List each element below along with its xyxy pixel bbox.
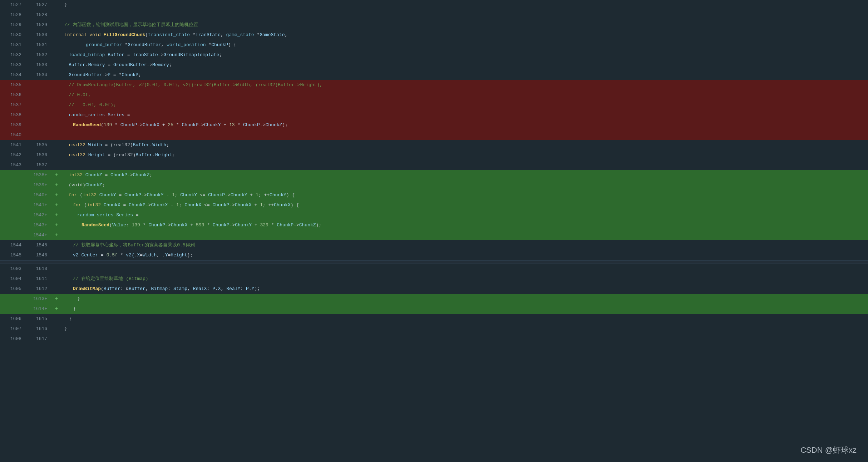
diff-marker: + [51, 180, 61, 190]
section-gap [0, 260, 868, 264]
indent-bar [61, 160, 66, 170]
line-number-new [26, 80, 51, 90]
line-number-old: 1603 [0, 264, 26, 274]
code-content: for (int32 ChunkX = ChunkP->ChunkX - 1; … [70, 200, 868, 210]
table-row: 1540— [0, 130, 868, 140]
table-row: 15421536real32 Height = (real32)Buffer.H… [0, 150, 868, 160]
indent-bar [61, 80, 66, 90]
table-row: 15341534GroundBuffer->P = *ChunkP; [0, 70, 868, 80]
table-row: 16051612DrawBitMap(Buffer: &Buffer, Bitm… [0, 284, 868, 294]
indent-bar [61, 274, 66, 284]
line-number-old: 1531 [0, 40, 26, 50]
diff-marker [51, 314, 61, 324]
table-row: 15441545// 获取屏幕中心坐标，将Buffer的宽高各自乘以0.5得到 [0, 240, 868, 250]
line-number-old [0, 190, 26, 200]
indent-bar [70, 40, 74, 50]
line-number-new: 1546 [26, 250, 51, 260]
table-row: 16071616} [0, 324, 868, 334]
code-content: v2 Center = 0.5f * v2{.X=Width, .Y=Heigh… [70, 250, 868, 260]
line-number-new: 1538+ [26, 170, 51, 180]
table-row: 1536—// 0.0f, [0, 90, 868, 100]
diff-marker: + [51, 304, 61, 314]
line-number-new: 1610 [26, 264, 51, 274]
line-number-old: 1528 [0, 10, 26, 20]
diff-marker [51, 150, 61, 160]
table-row: 15321532loaded_bitmap Buffer = TranState… [0, 50, 868, 60]
line-number-old: 1541 [0, 140, 26, 150]
code-content: loaded_bitmap Buffer = TranState->Ground… [66, 50, 868, 60]
table-row: 15331533Buffer.Memory = GroundBuffer->Me… [0, 60, 868, 70]
code-content: Buffer.Memory = GroundBuffer->Memory; [66, 60, 868, 70]
diff-marker: — [51, 80, 61, 90]
code-content: DrawBitMap(Buffer: &Buffer, Bitmap: Stam… [70, 284, 868, 294]
diff-marker [51, 20, 61, 30]
indent-bar [61, 90, 66, 100]
line-number-old: 1530 [0, 30, 26, 40]
indent-bar [66, 284, 70, 294]
diff-marker: + [51, 170, 61, 180]
line-number-new: 1544+ [26, 230, 51, 240]
line-number-new: 1531 [26, 40, 51, 50]
line-number-new [26, 120, 51, 130]
code-content: // 0.0f, [66, 90, 868, 100]
line-number-old: 1534 [0, 70, 26, 80]
line-number-old: 1540 [0, 130, 26, 140]
line-number-new: 1529 [26, 20, 51, 30]
line-number-new: 1540+ [26, 190, 51, 200]
line-number-new: 1613+ [26, 294, 51, 304]
diff-marker [51, 324, 61, 334]
indent-bar [61, 314, 66, 324]
line-number-old: 1529 [0, 20, 26, 30]
diff-marker: + [51, 220, 61, 230]
indent-bar [61, 294, 66, 304]
diff-marker [51, 70, 61, 80]
indent-bar [61, 100, 66, 110]
line-number-new: 1535 [26, 140, 51, 150]
table-row: 15311531ground_buffer *GroundBuffer, wor… [0, 40, 868, 50]
table-row: 15301530internal void FillGroundChunk(tr… [0, 30, 868, 40]
line-number-old [0, 294, 26, 304]
line-number-new [26, 130, 51, 140]
code-content: int32 ChunkZ = ChunkP->ChunkZ; [66, 170, 868, 180]
line-number-old: 1543 [0, 160, 26, 170]
code-content: ground_buffer *GroundBuffer, world_posit… [83, 40, 868, 50]
code-content: // 内部函数，绘制测试用地面，显示草地位于屏幕上的随机位置 [61, 20, 868, 30]
line-number-new: 1611 [26, 274, 51, 284]
line-number-old: 1527 [0, 0, 26, 10]
code-content [66, 160, 868, 170]
table-row: 1541++for (int32 ChunkX = ChunkP->ChunkX… [0, 200, 868, 210]
code-editor: 15271527}1528152815291529// 内部函数，绘制测试用地面… [0, 0, 868, 462]
diff-marker [51, 264, 61, 274]
line-number-new: 1530 [26, 30, 51, 40]
line-number-new: 1539+ [26, 180, 51, 190]
indent-bar [66, 210, 70, 220]
line-number-old: 1542 [0, 150, 26, 160]
indent-bar [66, 120, 70, 130]
indent-bar [61, 70, 66, 80]
line-number-new: 1616 [26, 324, 51, 334]
line-number-new: 1528 [26, 10, 51, 20]
code-content: random_series Series = [74, 210, 868, 220]
table-row: 16081617 [0, 334, 868, 344]
line-number-new [26, 100, 51, 110]
diff-marker: — [51, 100, 61, 110]
line-number-old: 1538 [0, 110, 26, 120]
code-content: random_series Series = [66, 110, 868, 120]
code-content: // 0.0f, 0.0f); [66, 100, 868, 110]
line-number-old: 1537 [0, 100, 26, 110]
diff-marker [51, 140, 61, 150]
indent-bar [61, 200, 66, 210]
code-section-top: 15271527}1528152815291529// 内部函数，绘制测试用地面… [0, 0, 868, 260]
line-number-new: 1617 [26, 334, 51, 344]
table-row: 15271527} [0, 0, 868, 10]
code-content: } [61, 0, 868, 10]
line-number-old: 1607 [0, 324, 26, 334]
line-number-new: 1612 [26, 284, 51, 294]
code-content: real32 Height = (real32)Buffer.Height; [66, 150, 868, 160]
diff-marker [51, 10, 61, 20]
indent-bar [79, 40, 83, 50]
table-row: 1535—// DrawRectangle(Buffer, v2{0.0f, 0… [0, 80, 868, 90]
line-number-new: 1543+ [26, 220, 51, 230]
diff-marker [51, 50, 61, 60]
indent-bar [61, 110, 66, 120]
